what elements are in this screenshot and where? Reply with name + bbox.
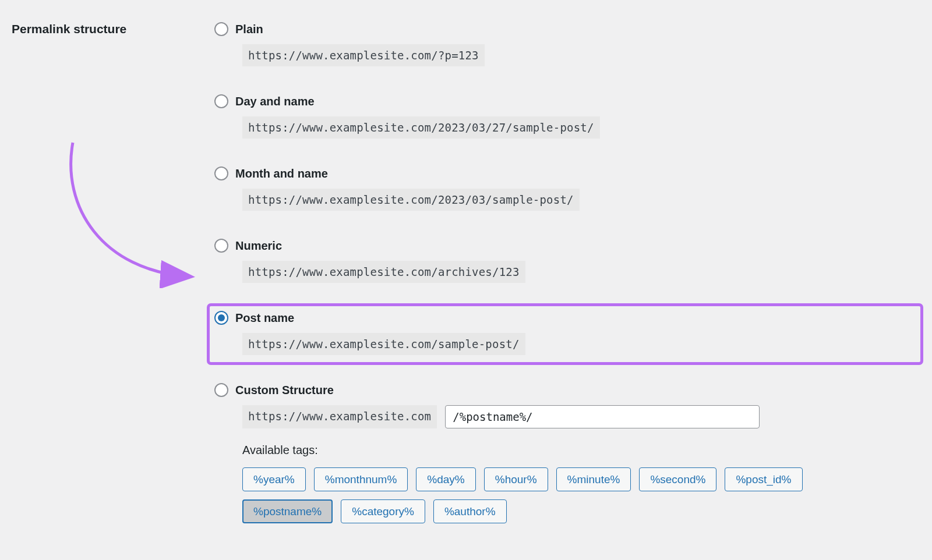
url-preview-day-name: https://www.examplesite.com/2023/03/27/s… xyxy=(242,116,600,139)
tag-button[interactable]: %hour% xyxy=(484,467,548,491)
url-preview-month-name: https://www.examplesite.com/2023/03/samp… xyxy=(242,189,580,211)
tag-button[interactable]: %monthnum% xyxy=(314,467,408,491)
tag-buttons-container: %year%%monthnum%%day%%hour%%minute%%seco… xyxy=(242,467,825,523)
option-day-name: Day and name https://www.examplesite.com… xyxy=(210,90,920,146)
label-custom[interactable]: Custom Structure xyxy=(235,384,334,397)
option-custom: Custom Structure https://www.examplesite… xyxy=(210,378,920,530)
section-title: Permalink structure xyxy=(12,17,210,36)
label-day-name[interactable]: Day and name xyxy=(235,95,315,108)
radio-post-name[interactable] xyxy=(214,311,228,325)
url-preview-post-name: https://www.examplesite.com/sample-post/ xyxy=(242,333,525,355)
tag-button[interactable]: %category% xyxy=(341,499,425,523)
tag-button[interactable]: %second% xyxy=(639,467,716,491)
url-preview-plain: https://www.examplesite.com/?p=123 xyxy=(242,44,485,66)
option-plain: Plain https://www.examplesite.com/?p=123 xyxy=(210,17,920,73)
label-month-name[interactable]: Month and name xyxy=(235,167,328,180)
tag-button[interactable]: %minute% xyxy=(556,467,631,491)
radio-numeric[interactable] xyxy=(214,239,228,253)
custom-structure-input[interactable] xyxy=(445,405,760,428)
url-preview-custom-base: https://www.examplesite.com xyxy=(242,405,437,428)
permalink-settings-row: Permalink structure Plain https://www.ex… xyxy=(12,17,920,547)
label-plain[interactable]: Plain xyxy=(235,23,263,36)
tag-button[interactable]: %postname% xyxy=(242,499,333,523)
tag-button[interactable]: %year% xyxy=(242,467,306,491)
radio-month-name[interactable] xyxy=(214,166,228,180)
label-numeric[interactable]: Numeric xyxy=(235,239,282,253)
radio-custom[interactable] xyxy=(214,383,228,397)
tag-button[interactable]: %day% xyxy=(416,467,475,491)
label-post-name[interactable]: Post name xyxy=(235,311,294,325)
option-numeric: Numeric https://www.examplesite.com/arch… xyxy=(210,234,920,290)
radio-plain[interactable] xyxy=(214,22,228,36)
available-tags-label: Available tags: xyxy=(242,444,916,457)
option-post-name: Post name https://www.examplesite.com/sa… xyxy=(210,306,920,362)
tag-button[interactable]: %author% xyxy=(433,499,507,523)
radio-day-name[interactable] xyxy=(214,94,228,108)
tag-button[interactable]: %post_id% xyxy=(725,467,802,491)
option-month-name: Month and name https://www.examplesite.c… xyxy=(210,162,920,218)
options-column: Plain https://www.examplesite.com/?p=123… xyxy=(210,17,920,547)
url-preview-numeric: https://www.examplesite.com/archives/123 xyxy=(242,261,525,283)
